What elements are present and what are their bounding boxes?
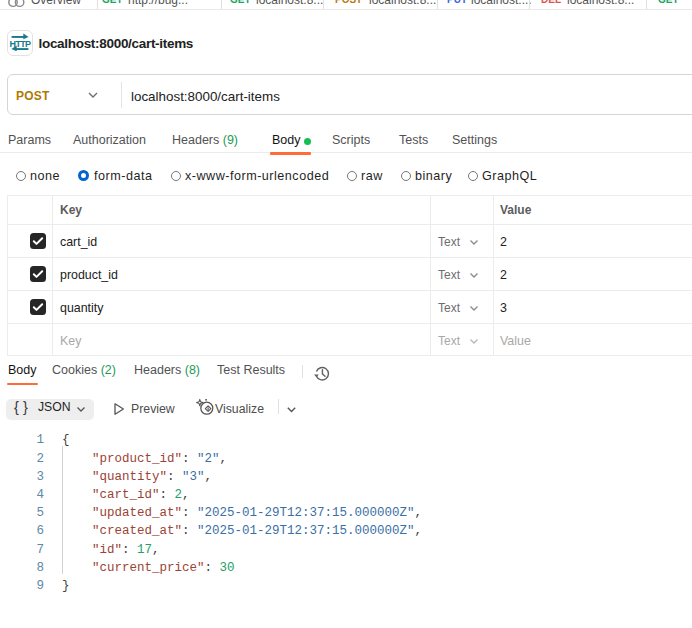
svg-text:HTTP: HTTP	[10, 39, 32, 49]
